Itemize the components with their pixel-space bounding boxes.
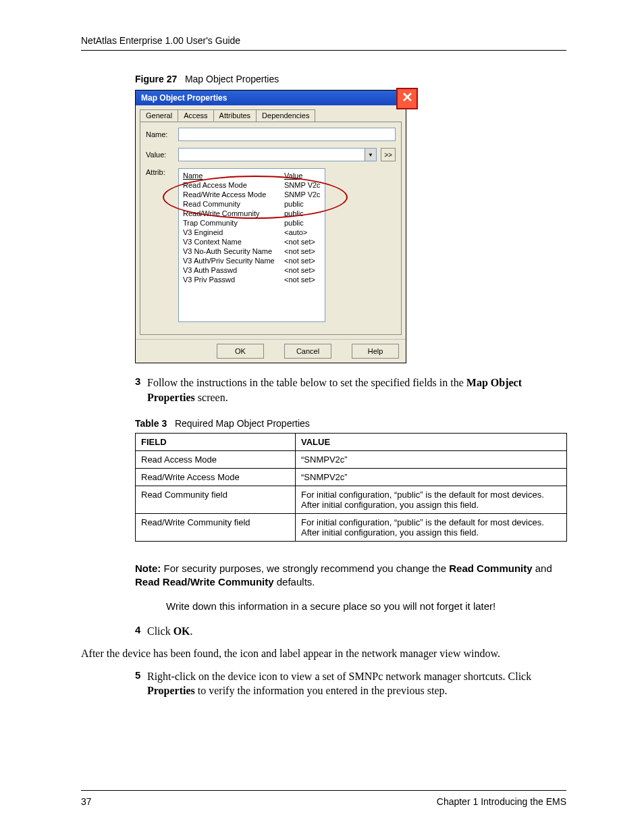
tab-dependencies[interactable]: Dependencies [256, 109, 315, 122]
step-text: Right-click on the device icon to view a… [147, 669, 566, 698]
tab-access[interactable]: Access [178, 109, 213, 122]
help-button[interactable]: Help [352, 344, 399, 359]
page-footer: 37 Chapter 1 Introducing the EMS [81, 790, 566, 807]
attrib-row[interactable]: Read Access ModeSNMP V2c [183, 180, 321, 190]
attrib-row[interactable]: Read Communitypublic [183, 199, 321, 209]
page-number: 37 [81, 796, 92, 807]
table-row: Read/Write Access Mode“SNMPV2c” [136, 469, 567, 486]
dialog-titlebar: Map Object Properties ✕ [136, 90, 406, 105]
th-value: VALUE [296, 434, 567, 451]
attrib-row[interactable]: V3 Context Name<not set> [183, 237, 321, 246]
tab-body: Name: Value: ▼ >> Attrib: Name Value [140, 122, 402, 335]
attrib-row[interactable]: V3 No-Auth Security Name<not set> [183, 246, 321, 256]
table-head-row: FIELD VALUE [136, 434, 567, 451]
after-paragraph: After the device has been found, the ico… [81, 646, 566, 661]
table-caption: Table 3 Required Map Object Properties [135, 418, 566, 429]
step-number: 4 [135, 624, 147, 639]
cancel-button[interactable]: Cancel [284, 344, 331, 359]
figure-caption: Figure 27 Map Object Properties [135, 74, 566, 84]
dialog-buttons: OK Cancel Help [136, 339, 406, 363]
step-text: Follow the instructions in the table bel… [147, 375, 566, 405]
chapter-title: Chapter 1 Introducing the EMS [437, 796, 566, 807]
attrib-list[interactable]: Name Value Read Access ModeSNMP V2c Read… [178, 168, 325, 322]
close-icon[interactable]: ✕ [396, 88, 418, 109]
chevron-down-icon[interactable]: ▼ [365, 149, 376, 161]
figure-title: Map Object Properties [185, 74, 279, 84]
doc-header: NetAtlas Enterprise 1.00 User's Guide [81, 35, 566, 51]
attrib-row[interactable]: V3 Engineid<auto> [183, 228, 321, 237]
step-number: 5 [135, 669, 147, 698]
attrib-row[interactable]: V3 Auth/Priv Security Name<not set> [183, 256, 321, 265]
more-button[interactable]: >> [381, 148, 396, 161]
dialog-window: Map Object Properties ✕ General Access A… [135, 90, 406, 363]
dialog-title: Map Object Properties [141, 93, 227, 103]
attrib-head-value: Value [284, 171, 321, 180]
step-4: 4 Click OK. [135, 624, 566, 639]
value-select[interactable]: ▼ [178, 148, 377, 161]
step-number: 3 [135, 375, 147, 405]
name-field[interactable] [178, 128, 396, 141]
required-properties-table: FIELD VALUE Read Access Mode“SNMPV2c” Re… [135, 433, 567, 542]
tabs: General Access Attributes Dependencies [140, 109, 402, 122]
attrib-row[interactable]: Read/Write Access ModeSNMP V2c [183, 190, 321, 199]
note-line2: Write down this information in a secure … [166, 600, 566, 612]
attrib-row[interactable]: Read/Write Communitypublic [183, 209, 321, 218]
tab-general[interactable]: General [140, 109, 178, 122]
step-3: 3 Follow the instructions in the table b… [135, 375, 566, 405]
table-row: Read Access Mode“SNMPV2c” [136, 451, 567, 469]
table-row: Read Community fieldFor initial configur… [136, 486, 567, 514]
attrib-row[interactable]: V3 Auth Passwd<not set> [183, 265, 321, 275]
ok-button[interactable]: OK [217, 344, 264, 359]
table-row: Read/Write Community fieldFor initial co… [136, 514, 567, 542]
step-text: Click OK. [147, 624, 566, 639]
attrib-row[interactable]: Trap Communitypublic [183, 218, 321, 228]
step-5: 5 Right-click on the device icon to view… [135, 669, 566, 698]
value-label: Value: [146, 151, 178, 159]
attrib-head-name: Name [183, 171, 284, 180]
figure-label: Figure 27 [135, 74, 177, 84]
attrib-row[interactable]: V3 Priv Passwd<not set> [183, 275, 321, 284]
name-label: Name: [146, 130, 178, 138]
attrib-label: Attrib: [146, 168, 178, 176]
tab-attributes[interactable]: Attributes [213, 109, 257, 122]
th-field: FIELD [136, 434, 296, 451]
note-block: Note: For security purposes, we strongly… [135, 562, 566, 590]
